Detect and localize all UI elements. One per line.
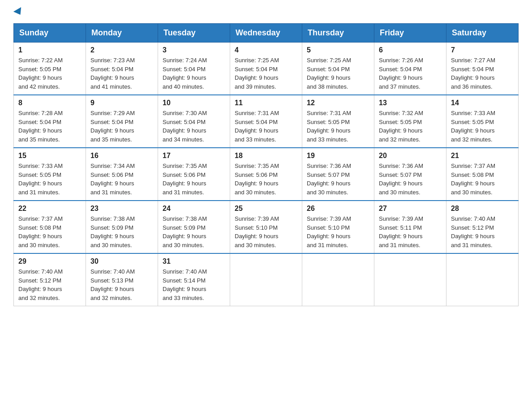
week-row-4: 22 Sunrise: 7:37 AMSunset: 5:08 PMDaylig… [14, 201, 519, 253]
day-number: 21 [451, 152, 514, 160]
day-number: 20 [379, 152, 442, 160]
day-number: 23 [90, 205, 153, 213]
logo [13, 9, 23, 15]
day-info: Sunrise: 7:40 AMSunset: 5:14 PMDaylight:… [163, 268, 207, 301]
day-info: Sunrise: 7:35 AMSunset: 5:06 PMDaylight:… [235, 163, 279, 196]
day-number: 27 [379, 205, 442, 213]
day-number: 18 [235, 152, 297, 160]
day-number: 31 [163, 257, 225, 265]
day-number: 24 [163, 205, 225, 213]
day-info: Sunrise: 7:37 AMSunset: 5:08 PMDaylight:… [451, 163, 495, 196]
day-info: Sunrise: 7:22 AMSunset: 5:05 PMDaylight:… [18, 57, 63, 90]
day-info: Sunrise: 7:23 AMSunset: 5:04 PMDaylight:… [90, 57, 135, 90]
day-cell: 27 Sunrise: 7:39 AMSunset: 5:11 PMDaylig… [374, 201, 446, 253]
week-row-3: 15 Sunrise: 7:33 AMSunset: 5:05 PMDaylig… [14, 148, 519, 201]
day-info: Sunrise: 7:33 AMSunset: 5:05 PMDaylight:… [18, 163, 63, 196]
day-cell: 28 Sunrise: 7:40 AMSunset: 5:12 PMDaylig… [446, 201, 519, 253]
day-number: 9 [90, 99, 153, 107]
header-friday: Friday [374, 24, 446, 43]
day-cell: 3 Sunrise: 7:24 AMSunset: 5:04 PMDayligh… [158, 43, 230, 95]
day-cell: 22 Sunrise: 7:37 AMSunset: 5:08 PMDaylig… [14, 201, 86, 253]
day-number: 15 [18, 152, 81, 160]
day-cell: 14 Sunrise: 7:33 AMSunset: 5:05 PMDaylig… [446, 95, 519, 148]
day-number: 6 [379, 46, 442, 54]
day-cell: 12 Sunrise: 7:31 AMSunset: 5:05 PMDaylig… [302, 95, 374, 148]
day-info: Sunrise: 7:25 AMSunset: 5:04 PMDaylight:… [307, 57, 351, 90]
day-info: Sunrise: 7:39 AMSunset: 5:11 PMDaylight:… [379, 215, 423, 248]
day-number: 2 [90, 46, 153, 54]
week-row-1: 1 Sunrise: 7:22 AMSunset: 5:05 PMDayligh… [14, 43, 519, 95]
day-cell: 10 Sunrise: 7:30 AMSunset: 5:04 PMDaylig… [158, 95, 230, 148]
day-number: 10 [163, 99, 225, 107]
day-info: Sunrise: 7:37 AMSunset: 5:08 PMDaylight:… [18, 215, 63, 248]
day-number: 4 [235, 46, 297, 54]
day-number: 16 [90, 152, 153, 160]
day-number: 11 [235, 99, 297, 107]
day-number: 28 [451, 205, 514, 213]
day-info: Sunrise: 7:33 AMSunset: 5:05 PMDaylight:… [451, 110, 495, 143]
day-info: Sunrise: 7:39 AMSunset: 5:10 PMDaylight:… [235, 215, 279, 248]
day-number: 12 [307, 99, 369, 107]
day-cell [446, 253, 519, 306]
day-cell: 2 Sunrise: 7:23 AMSunset: 5:04 PMDayligh… [86, 43, 158, 95]
day-cell: 15 Sunrise: 7:33 AMSunset: 5:05 PMDaylig… [14, 148, 86, 201]
week-row-5: 29 Sunrise: 7:40 AMSunset: 5:12 PMDaylig… [14, 253, 519, 306]
day-cell: 7 Sunrise: 7:27 AMSunset: 5:04 PMDayligh… [446, 43, 519, 95]
day-cell: 23 Sunrise: 7:38 AMSunset: 5:09 PMDaylig… [86, 201, 158, 253]
day-info: Sunrise: 7:36 AMSunset: 5:07 PMDaylight:… [307, 163, 351, 196]
day-cell: 24 Sunrise: 7:38 AMSunset: 5:09 PMDaylig… [158, 201, 230, 253]
header-monday: Monday [86, 24, 158, 43]
day-cell: 13 Sunrise: 7:32 AMSunset: 5:05 PMDaylig… [374, 95, 446, 148]
day-number: 3 [163, 46, 225, 54]
day-cell: 17 Sunrise: 7:35 AMSunset: 5:06 PMDaylig… [158, 148, 230, 201]
day-number: 26 [307, 205, 369, 213]
day-cell: 9 Sunrise: 7:29 AMSunset: 5:04 PMDayligh… [86, 95, 158, 148]
day-info: Sunrise: 7:25 AMSunset: 5:04 PMDaylight:… [235, 57, 279, 90]
day-cell: 29 Sunrise: 7:40 AMSunset: 5:12 PMDaylig… [14, 253, 86, 306]
day-cell: 21 Sunrise: 7:37 AMSunset: 5:08 PMDaylig… [446, 148, 519, 201]
day-number: 19 [307, 152, 369, 160]
day-info: Sunrise: 7:40 AMSunset: 5:12 PMDaylight:… [18, 268, 63, 301]
day-info: Sunrise: 7:24 AMSunset: 5:04 PMDaylight:… [163, 57, 207, 90]
day-info: Sunrise: 7:31 AMSunset: 5:04 PMDaylight:… [235, 110, 279, 143]
day-number: 5 [307, 46, 369, 54]
day-cell [230, 253, 302, 306]
day-info: Sunrise: 7:28 AMSunset: 5:04 PMDaylight:… [18, 110, 63, 143]
day-number: 22 [18, 205, 81, 213]
day-number: 25 [235, 205, 297, 213]
day-number: 13 [379, 99, 442, 107]
day-info: Sunrise: 7:38 AMSunset: 5:09 PMDaylight:… [90, 215, 135, 248]
day-cell: 18 Sunrise: 7:35 AMSunset: 5:06 PMDaylig… [230, 148, 302, 201]
day-cell: 4 Sunrise: 7:25 AMSunset: 5:04 PMDayligh… [230, 43, 302, 95]
day-info: Sunrise: 7:39 AMSunset: 5:10 PMDaylight:… [307, 215, 351, 248]
day-cell: 16 Sunrise: 7:34 AMSunset: 5:06 PMDaylig… [86, 148, 158, 201]
day-cell [374, 253, 446, 306]
day-info: Sunrise: 7:29 AMSunset: 5:04 PMDaylight:… [90, 110, 135, 143]
day-cell: 20 Sunrise: 7:36 AMSunset: 5:07 PMDaylig… [374, 148, 446, 201]
day-number: 14 [451, 99, 514, 107]
day-info: Sunrise: 7:26 AMSunset: 5:04 PMDaylight:… [379, 57, 423, 90]
day-number: 30 [90, 257, 153, 265]
day-cell: 26 Sunrise: 7:39 AMSunset: 5:10 PMDaylig… [302, 201, 374, 253]
day-info: Sunrise: 7:40 AMSunset: 5:13 PMDaylight:… [90, 268, 135, 301]
day-cell: 31 Sunrise: 7:40 AMSunset: 5:14 PMDaylig… [158, 253, 230, 306]
day-cell: 8 Sunrise: 7:28 AMSunset: 5:04 PMDayligh… [14, 95, 86, 148]
calendar-header-row: SundayMondayTuesdayWednesdayThursdayFrid… [14, 24, 519, 43]
header-thursday: Thursday [302, 24, 374, 43]
day-info: Sunrise: 7:27 AMSunset: 5:04 PMDaylight:… [451, 57, 495, 90]
day-cell: 19 Sunrise: 7:36 AMSunset: 5:07 PMDaylig… [302, 148, 374, 201]
day-number: 8 [18, 99, 81, 107]
day-cell: 30 Sunrise: 7:40 AMSunset: 5:13 PMDaylig… [86, 253, 158, 306]
day-cell: 5 Sunrise: 7:25 AMSunset: 5:04 PMDayligh… [302, 43, 374, 95]
day-info: Sunrise: 7:32 AMSunset: 5:05 PMDaylight:… [379, 110, 423, 143]
page-header [13, 9, 519, 15]
day-info: Sunrise: 7:34 AMSunset: 5:06 PMDaylight:… [90, 163, 135, 196]
logo-triangle-icon [13, 7, 24, 17]
week-row-2: 8 Sunrise: 7:28 AMSunset: 5:04 PMDayligh… [14, 95, 519, 148]
day-info: Sunrise: 7:38 AMSunset: 5:09 PMDaylight:… [163, 215, 207, 248]
day-cell: 1 Sunrise: 7:22 AMSunset: 5:05 PMDayligh… [14, 43, 86, 95]
header-tuesday: Tuesday [158, 24, 230, 43]
calendar-table: SundayMondayTuesdayWednesdayThursdayFrid… [13, 23, 519, 306]
day-info: Sunrise: 7:36 AMSunset: 5:07 PMDaylight:… [379, 163, 423, 196]
day-cell: 6 Sunrise: 7:26 AMSunset: 5:04 PMDayligh… [374, 43, 446, 95]
